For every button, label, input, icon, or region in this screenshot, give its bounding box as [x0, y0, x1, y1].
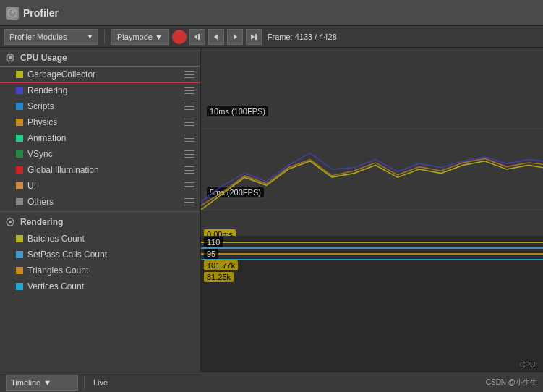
timeline-arrow: ▼	[43, 378, 51, 387]
list-item-vsync[interactable]: VSync	[0, 146, 200, 162]
physics-label: Physics	[27, 117, 181, 127]
right-panel: 10ms (100FPS) 5ms (200FPS) 0.00ms	[201, 48, 543, 372]
global-illumination-color	[16, 166, 23, 174]
title-bar: Profiler	[0, 0, 543, 26]
cpu-usage-section-header: CPU Usage	[0, 49, 200, 67]
value-81k: 81.25k	[204, 272, 234, 282]
playmode-arrow: ▼	[155, 33, 163, 41]
profiler-modules-arrow: ▼	[87, 33, 93, 41]
value-110: 110	[204, 237, 223, 247]
list-item-ui[interactable]: UI	[0, 178, 200, 194]
cpu-icon	[4, 52, 16, 64]
frame-info: Frame: 4133 / 4428	[268, 33, 337, 41]
rendering-color	[16, 87, 23, 94]
triangles-color	[16, 267, 23, 274]
svg-marker-3	[194, 34, 197, 40]
nav-next-next-button[interactable]	[246, 29, 262, 45]
rendering-label: Rendering	[27, 85, 181, 95]
vsync-color	[16, 150, 23, 158]
setpass-line	[201, 247, 543, 249]
batches-color	[16, 235, 23, 242]
garbage-collector-label: GarbageCollector	[27, 69, 181, 80]
setpass-calls-label: SetPass Calls Count	[27, 250, 196, 260]
value-101k: 101.77k	[204, 260, 238, 270]
others-menu-icon	[184, 198, 196, 205]
animation-label: Animation	[27, 133, 181, 143]
toolbar: Profiler Modules ▼ Playmode ▼ Frame: 413…	[0, 26, 543, 48]
window-title: Profiler	[23, 7, 59, 19]
svg-rect-10	[9, 56, 12, 59]
cpu-chart-svg	[201, 48, 543, 226]
svg-marker-7	[251, 34, 255, 40]
svg-point-20	[9, 221, 12, 223]
value-95: 95	[204, 249, 218, 259]
list-item-setpass-calls[interactable]: SetPass Calls Count	[0, 247, 200, 263]
global-illumination-menu-icon	[184, 166, 196, 174]
animation-color	[16, 135, 23, 142]
list-item-triangles-count[interactable]: Triangles Count	[0, 263, 200, 278]
batches-count-label: Batches Count	[27, 234, 196, 244]
record-button[interactable]	[172, 30, 187, 44]
svg-rect-8	[255, 34, 257, 40]
main-layout: CPU Usage GarbageCollector Rendering Scr…	[0, 48, 543, 372]
physics-color	[16, 119, 23, 126]
vsync-label: VSync	[27, 149, 181, 159]
rendering-section-icon	[4, 216, 16, 228]
list-item-scripts[interactable]: Scripts	[0, 98, 200, 114]
timeline-label: Timeline	[11, 378, 40, 387]
nav-prev-button[interactable]	[208, 29, 224, 45]
rendering-section-label: Rendering	[20, 217, 63, 227]
profiler-icon	[6, 7, 19, 20]
timeline-dropdown[interactable]: Timeline ▼	[6, 375, 78, 391]
vertices-color	[16, 283, 23, 290]
left-panel: CPU Usage GarbageCollector Rendering Scr…	[0, 48, 201, 372]
playmode-dropdown[interactable]: Playmode ▼	[111, 29, 169, 45]
ui-menu-icon	[184, 182, 196, 189]
toolbar-separator-1	[104, 30, 105, 44]
ui-label: UI	[27, 181, 181, 191]
cpu-usage-header-label: CPU Usage	[20, 53, 67, 63]
profiler-modules-dropdown[interactable]: Profiler Modules ▼	[4, 29, 98, 45]
others-label: Others	[27, 197, 181, 207]
list-item-garbage-collector[interactable]: GarbageCollector	[0, 67, 200, 82]
cpu-label-bottom: CPU:	[520, 361, 537, 369]
live-label: Live	[93, 378, 108, 387]
scripts-label: Scripts	[27, 101, 181, 111]
list-item-rendering[interactable]: Rendering	[0, 82, 200, 98]
rendering-menu-icon	[184, 87, 196, 94]
vertices-line	[201, 259, 543, 260]
chart-area[interactable]: 10ms (100FPS) 5ms (200FPS) 0.00ms	[201, 48, 543, 372]
rendering-section-header: Rendering	[0, 213, 200, 231]
vertices-count-label: Vertices Count	[27, 281, 196, 291]
animation-menu-icon	[184, 135, 196, 142]
svg-rect-4	[198, 34, 200, 40]
nav-prev-prev-button[interactable]	[189, 29, 205, 45]
bottom-separator	[84, 375, 85, 390]
scripts-menu-icon	[184, 103, 196, 110]
list-item-global-illumination[interactable]: Global Illumination	[0, 162, 200, 178]
global-illumination-label: Global Illumination	[27, 165, 181, 175]
scripts-color	[16, 103, 23, 110]
section-divider	[0, 211, 200, 212]
watermark: CSDN @小生生	[486, 378, 537, 388]
list-item-animation[interactable]: Animation	[0, 130, 200, 146]
list-item-others[interactable]: Others	[0, 194, 200, 210]
svg-marker-6	[234, 34, 237, 40]
setpass-color	[16, 251, 23, 258]
batches-line	[201, 242, 543, 243]
profiler-modules-label: Profiler Modules	[9, 33, 67, 41]
triangles-count-label: Triangles Count	[27, 265, 196, 276]
bottom-bar: Timeline ▼ Live CSDN @小生生	[0, 372, 543, 392]
list-item-physics[interactable]: Physics	[0, 114, 200, 130]
garbage-collector-color	[16, 71, 23, 78]
list-item-vertices-count[interactable]: Vertices Count	[0, 278, 200, 294]
physics-menu-icon	[184, 119, 196, 126]
others-color	[16, 198, 23, 205]
nav-next-button[interactable]	[227, 29, 243, 45]
triangles-line	[201, 253, 543, 255]
playmode-label: Playmode	[117, 33, 153, 41]
ui-color	[16, 182, 23, 189]
svg-marker-5	[214, 34, 218, 40]
list-item-batches-count[interactable]: Batches Count	[0, 231, 200, 247]
vsync-menu-icon	[184, 150, 196, 158]
